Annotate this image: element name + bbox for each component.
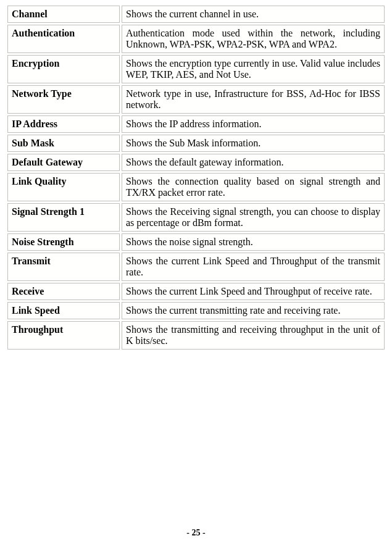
table-row: ThroughputShows the transmitting and rec…	[7, 321, 385, 350]
row-label: Network Type	[7, 85, 120, 114]
table-row: Signal Strength 1Shows the Receiving sig…	[7, 203, 385, 232]
row-description: Shows the transmitting and receiving thr…	[122, 321, 385, 350]
row-label: Noise Strength	[7, 233, 120, 251]
row-description: Shows the connection quality based on si…	[122, 173, 385, 201]
row-description: Shows the IP address information.	[122, 115, 385, 133]
row-description: Shows the current Link Speed and Through…	[122, 283, 385, 300]
row-label: Authentication	[7, 25, 120, 53]
row-label: Sub Mask	[7, 135, 120, 152]
row-label: Encryption	[7, 55, 120, 83]
row-label: IP Address	[7, 115, 120, 133]
row-description: Shows the default gateway information.	[122, 154, 385, 171]
table-row: IP AddressShows the IP address informati…	[7, 115, 385, 133]
row-label: Link Quality	[7, 173, 120, 201]
table-row: EncryptionShows the encryption type curr…	[7, 55, 385, 83]
row-label: Default Gateway	[7, 154, 120, 171]
row-description: Shows the current channel in use.	[122, 6, 385, 23]
row-description: Shows the Receiving signal strength, you…	[122, 203, 385, 232]
row-description: Shows the current Link Speed and Through…	[122, 253, 385, 281]
row-description: Shows the Sub Mask information.	[122, 135, 385, 152]
row-label: Signal Strength 1	[7, 203, 120, 232]
row-description: Shows the encryption type currently in u…	[122, 55, 385, 83]
table-row: TransmitShows the current Link Speed and…	[7, 253, 385, 281]
table-row: Link QualityShows the connection quality…	[7, 173, 385, 201]
row-label: Receive	[7, 283, 120, 300]
page-number: - 25 -	[0, 528, 392, 538]
table-row: Network TypeNetwork type in use, Infrast…	[7, 85, 385, 114]
table-row: ChannelShows the current channel in use.	[7, 6, 385, 23]
table-row: Default GatewayShows the default gateway…	[7, 154, 385, 171]
table-row: AuthenticationAuthentication mode used w…	[7, 25, 385, 53]
row-description: Network type in use, Infrastructure for …	[122, 85, 385, 114]
row-description: Shows the noise signal strength.	[122, 233, 385, 251]
row-label: Link Speed	[7, 302, 120, 319]
table-row: Sub MaskShows the Sub Mask information.	[7, 135, 385, 152]
table-body: ChannelShows the current channel in use.…	[7, 6, 385, 350]
table-row: ReceiveShows the current Link Speed and …	[7, 283, 385, 300]
row-description: Authentication mode used within the netw…	[122, 25, 385, 53]
table-row: Link SpeedShows the current transmitting…	[7, 302, 385, 319]
row-label: Transmit	[7, 253, 120, 281]
row-description: Shows the current transmitting rate and …	[122, 302, 385, 319]
row-label: Channel	[7, 6, 120, 23]
definitions-table: ChannelShows the current channel in use.…	[6, 4, 386, 351]
definitions-table-container: ChannelShows the current channel in use.…	[0, 0, 392, 355]
table-row: Noise StrengthShows the noise signal str…	[7, 233, 385, 251]
row-label: Throughput	[7, 321, 120, 350]
